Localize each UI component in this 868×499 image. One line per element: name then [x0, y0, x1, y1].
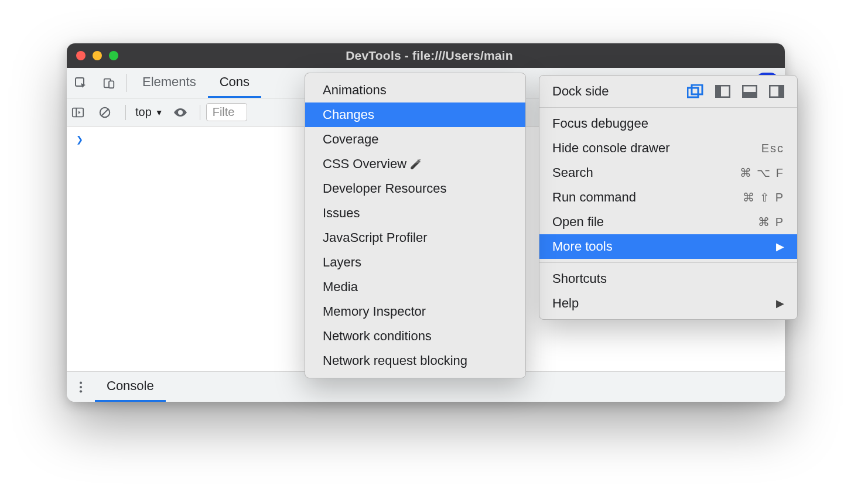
filter-placeholder: Filte [213, 105, 235, 118]
svg-rect-6 [73, 108, 83, 117]
main-menu: Dock side [539, 75, 798, 320]
svg-rect-18 [743, 92, 757, 97]
submenu-item-label: Network conditions [323, 329, 432, 344]
dock-side-row: Dock side [539, 76, 797, 108]
menu-item-label: Help [552, 296, 768, 311]
dock-left-icon [715, 85, 730, 98]
submenu-item[interactable]: Media [305, 275, 525, 299]
svg-point-12 [80, 390, 82, 392]
dock-side-label: Dock side [552, 84, 676, 99]
menu-item-shortcut: ⌘ ⌥ F [740, 166, 784, 180]
dock-undock-button[interactable] [687, 84, 703, 98]
submenu-item[interactable]: Coverage [305, 127, 525, 152]
toggle-sidebar-button[interactable] [71, 107, 93, 118]
separator [127, 74, 127, 92]
submenu-item-label: Layers [323, 255, 361, 270]
inspect-element-button[interactable] [67, 68, 95, 98]
tab-elements[interactable]: Elements [131, 68, 208, 98]
separator [125, 105, 126, 120]
drawer-more-button[interactable] [67, 372, 95, 402]
submenu-item[interactable]: Memory Inspector [305, 299, 525, 324]
undock-icon [687, 84, 703, 98]
submenu-item-label: Coverage [323, 132, 378, 147]
submenu-item[interactable]: Network conditions [305, 324, 525, 348]
menu-item-search[interactable]: Search ⌘ ⌥ F [539, 160, 797, 185]
submenu-item[interactable]: Changes [305, 102, 525, 127]
submenu-item[interactable]: Issues [305, 201, 525, 225]
menu-item-label: Search [552, 165, 732, 180]
submenu-item[interactable]: Layers [305, 250, 525, 275]
clear-console-button[interactable] [98, 106, 119, 119]
submenu-item[interactable]: Network request blocking [305, 348, 525, 373]
window-title: DevTools - file:///Users/main [83, 49, 775, 63]
svg-rect-16 [716, 86, 721, 97]
more-tools-submenu: AnimationsChangesCoverageCSS Overview🧪De… [305, 73, 526, 378]
menu-item-more-tools[interactable]: More tools ▶ [539, 234, 797, 259]
eye-icon [173, 107, 188, 118]
submenu-item-label: Animations [323, 83, 387, 98]
submenu-item[interactable]: Developer Resources [305, 176, 525, 201]
menu-item-label: Shortcuts [552, 271, 784, 286]
menu-item-label: Open file [552, 214, 750, 230]
dock-left-button[interactable] [715, 85, 730, 98]
separator [200, 105, 200, 120]
context-label: top [135, 105, 152, 119]
menu-item-label: Focus debuggee [552, 116, 784, 131]
submenu-item-label: CSS Overview [323, 156, 406, 172]
clear-icon [98, 106, 111, 119]
menu-item-open-file[interactable]: Open file ⌘ P [539, 210, 797, 234]
dock-bottom-icon [742, 85, 757, 98]
svg-point-11 [80, 385, 82, 388]
tab-label: Elements [142, 74, 196, 90]
menu-item-label: Run command [552, 190, 734, 205]
submenu-item-label: JavaScript Profiler [323, 230, 428, 245]
dock-bottom-button[interactable] [742, 85, 757, 98]
menu-item-hide-console-drawer[interactable]: Hide console drawer Esc [539, 136, 797, 160]
menu-item-label: Hide console drawer [552, 141, 753, 156]
svg-rect-13 [688, 88, 698, 97]
drawer-tab-console[interactable]: Console [95, 372, 166, 402]
svg-line-9 [102, 109, 108, 115]
submenu-item-label: Issues [323, 206, 360, 221]
dock-right-icon [769, 85, 784, 98]
svg-point-10 [80, 381, 82, 384]
context-selector[interactable]: top ▼ [132, 104, 167, 120]
svg-rect-14 [692, 85, 702, 94]
menu-item-shortcut: ⌘ ⇧ P [743, 190, 784, 204]
submenu-arrow-icon: ▶ [776, 240, 784, 253]
filter-input[interactable]: Filte [206, 103, 247, 121]
sidebar-icon [71, 107, 84, 118]
submenu-arrow-icon: ▶ [776, 297, 784, 310]
menu-item-run-command[interactable]: Run command ⌘ ⇧ P [539, 185, 797, 210]
console-prompt: ❯ [76, 132, 83, 146]
live-expression-button[interactable] [173, 107, 194, 118]
submenu-item-label: Developer Resources [323, 181, 447, 196]
menu-item-focus-debuggee[interactable]: Focus debuggee [539, 111, 797, 136]
experimental-icon: 🧪 [410, 159, 422, 170]
submenu-item-label: Memory Inspector [323, 304, 426, 319]
tab-console[interactable]: Cons [208, 68, 261, 98]
submenu-item-label: Changes [323, 107, 374, 122]
titlebar: DevTools - file:///Users/main [67, 43, 785, 68]
drawer-tab-label: Console [107, 378, 154, 394]
submenu-item-label: Network request blocking [323, 353, 467, 368]
svg-rect-20 [778, 86, 784, 97]
dropdown-icon: ▼ [155, 108, 163, 117]
device-toolbar-button[interactable] [95, 68, 123, 98]
submenu-item[interactable]: JavaScript Profiler [305, 225, 525, 250]
kebab-icon [79, 381, 83, 394]
submenu-item-label: Media [323, 279, 358, 295]
tab-label: Cons [220, 74, 250, 90]
menu-item-shortcuts[interactable]: Shortcuts [539, 266, 797, 291]
menu-item-help[interactable]: Help ▶ [539, 291, 797, 316]
menu-item-shortcut: Esc [761, 142, 784, 155]
dock-right-button[interactable] [769, 85, 784, 98]
menu-item-shortcut: ⌘ P [758, 215, 784, 229]
submenu-item[interactable]: CSS Overview🧪 [305, 152, 525, 176]
menu-item-label: More tools [552, 239, 768, 254]
svg-rect-2 [109, 81, 114, 88]
submenu-item[interactable]: Animations [305, 78, 525, 102]
